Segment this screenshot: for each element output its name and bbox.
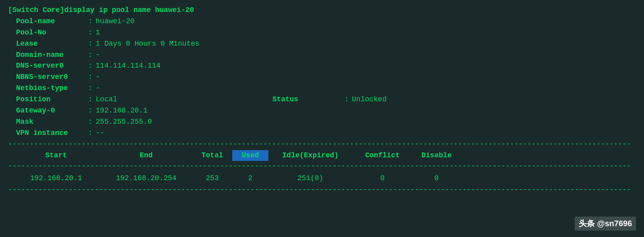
gateway-row: Gateway-0 : 192.168.20.1 (8, 105, 636, 116)
td-start: 192.168.20.1 (12, 172, 100, 185)
domain-name-sep: : (88, 50, 93, 61)
separator-bottom: ----------------------------------------… (8, 185, 636, 196)
pool-name-row: Pool-name : huawei-20 (8, 16, 636, 27)
pool-no-value: 1 (96, 27, 100, 38)
nbns-server-row: NBNS-server0 : - (8, 72, 636, 83)
td-total: 253 (192, 172, 232, 185)
mask-value: 255.255.255.0 (96, 116, 152, 128)
domain-name-label: Domain-name (8, 50, 88, 61)
status-value: Unlocked (352, 94, 386, 105)
nbns-server-sep: : (88, 72, 93, 83)
watermark: 头条 @sn7696 (575, 217, 636, 231)
netbios-type-label: Netbios-type (8, 83, 88, 94)
td-disable: 0 (413, 172, 461, 185)
vpn-row: VPN instance : -- (8, 128, 636, 139)
pool-no-label: Pool-No (8, 27, 88, 38)
nbns-server-value: - (96, 72, 100, 83)
gateway-value: 192.168.20.1 (96, 105, 148, 116)
position-col: Position : Local (16, 94, 272, 105)
netbios-type-sep: : (88, 83, 93, 94)
dns-server-value: 114.114.114.114 (96, 60, 161, 72)
lease-row: Lease : 1 Days 0 Hours 0 Minutes (8, 38, 636, 50)
vpn-label: VPN instance (8, 128, 88, 139)
command-line: [Switch Core]display ip pool name huawei… (8, 5, 636, 16)
nbns-server-label: NBNS-server0 (8, 72, 88, 83)
mask-row: Mask : 255.255.255.0 (8, 116, 636, 128)
status-sep: : (344, 94, 349, 105)
vpn-value: -- (96, 128, 105, 139)
th-conflict: Conflict (352, 150, 413, 161)
mask-label: Mask (8, 116, 88, 128)
th-idle-expired: Idle(Expired) (268, 150, 352, 161)
table-data-row: 192.168.20.1 192.168.20.254 253 2 251(0)… (8, 172, 636, 185)
lease-value: 1 Days 0 Hours 0 Minutes (96, 38, 199, 50)
vpn-sep: : (88, 128, 93, 139)
pool-name-label: Pool-name (8, 16, 88, 27)
status-col: Status : Unlocked (272, 94, 386, 105)
position-status-row: Position : Local Status : Unlocked (8, 94, 636, 105)
position-value: Local (96, 94, 176, 105)
separator-mid: ----------------------------------------… (8, 161, 636, 172)
pool-no-sep: : (88, 27, 93, 38)
position-sep: : (88, 94, 93, 105)
th-end: End (100, 150, 192, 161)
td-idle-expired: 251(0) (268, 172, 352, 185)
lease-label: Lease (8, 38, 88, 50)
terminal-window: [Switch Core]display ip pool name huawei… (0, 0, 644, 237)
pool-name-value: huawei-20 (96, 16, 135, 27)
mask-sep: : (88, 116, 93, 128)
td-end: 192.168.20.254 (100, 172, 192, 185)
th-disable: Disable (413, 150, 461, 161)
domain-name-row: Domain-name : - (8, 50, 636, 61)
th-total: Total (192, 150, 232, 161)
netbios-type-row: Netbios-type : - (8, 83, 636, 94)
th-used: Used (232, 150, 268, 161)
table-header-row: Start End Total Used Idle(Expired) Confl… (8, 150, 636, 161)
pool-name-sep: : (88, 16, 93, 27)
separator-top: ----------------------------------------… (8, 139, 636, 150)
position-label: Position (16, 94, 88, 105)
domain-name-value: - (96, 50, 100, 61)
dns-server-row: DNS-server0 : 114.114.114.114 (8, 60, 636, 72)
status-label: Status (272, 94, 344, 105)
gateway-sep: : (88, 105, 93, 116)
gateway-label: Gateway-0 (8, 105, 88, 116)
lease-sep: : (88, 38, 93, 50)
pool-no-row: Pool-No : 1 (8, 27, 636, 38)
dns-server-label: DNS-server0 (8, 60, 88, 72)
netbios-type-value: - (96, 83, 100, 94)
dns-server-sep: : (88, 60, 93, 72)
td-conflict: 0 (352, 172, 413, 185)
td-used: 2 (232, 172, 268, 185)
th-start: Start (12, 150, 100, 161)
